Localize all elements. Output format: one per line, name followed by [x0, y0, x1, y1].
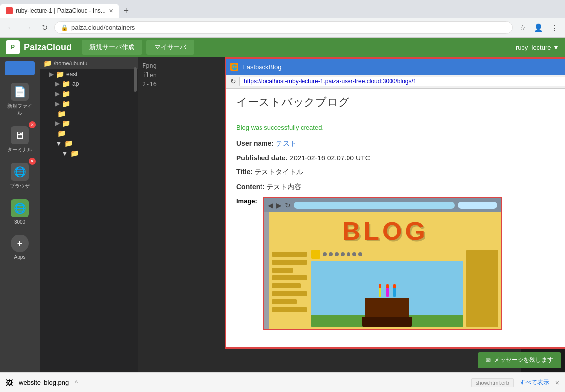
blog-img-scrollbar [264, 212, 269, 329]
popup-titlebar: 🌐 EastbackBlog ◻ ✕ [226, 59, 565, 75]
blog-img-back: ◀ [268, 201, 273, 209]
paiza-logo: P PaizaCloud [6, 40, 72, 54]
terminal-icon: 🖥 [11, 126, 29, 144]
tab-favicon [6, 7, 13, 14]
popup-reload-icon[interactable]: ↻ [230, 78, 236, 85]
profile-icon[interactable]: 👤 [531, 21, 545, 35]
message-bubble[interactable]: ✉ メッセージを残します [478, 352, 561, 368]
file-entry-9[interactable]: ▼ 📁 [40, 148, 138, 158]
blog-img-forward: ▶ [276, 201, 282, 209]
title-label: Title: [236, 168, 253, 176]
sidebar-item-apps[interactable]: + Apps [3, 231, 37, 264]
sidebar-bar-7 [272, 299, 297, 304]
tab-close-button[interactable]: ✕ [109, 8, 113, 14]
terminal-close-badge: ✕ [29, 121, 36, 128]
blog-img-sky [311, 261, 463, 327]
bottom-bar: 🖼 website_blog.png ^ show.html.erb すべて表示… [0, 372, 565, 392]
cake-base [362, 317, 412, 327]
file-icon: 🖼 [6, 379, 13, 387]
user-name-field: User name: テスト [236, 139, 565, 148]
blog-img-dots-row [311, 250, 463, 259]
apps-icon: + [11, 235, 29, 252]
browser-popup: 🌐 EastbackBlog ◻ ✕ ↻ 🔗 イーストバックブログ [225, 57, 565, 349]
address-bar[interactable]: 🔒 paiza.cloud/containers [54, 21, 513, 34]
browser-close-badge: ✕ [29, 158, 36, 165]
sidebar-item-browser-wrapper: ✕ 🌐 ブラウザ [3, 159, 37, 194]
blog-header: イーストバックブログ [226, 89, 565, 116]
browser-tab[interactable]: ruby-lecture-1 | PaizaCloud - Ins... ✕ [0, 4, 119, 18]
tab-title: ruby-lecture-1 | PaizaCloud - Ins... [16, 7, 106, 14]
blog-img-title-wrapper: BLOG [269, 212, 501, 248]
image-section: Image: ◀ ▶ ↻ [236, 197, 565, 330]
file-entry-6[interactable]: ▶ 📁 [40, 118, 138, 128]
address-text: paiza.cloud/containers [71, 24, 506, 31]
new-file-icon: 📄 [11, 83, 29, 101]
blog-img-url-bar2 [458, 202, 497, 209]
candle-body-2 [386, 288, 389, 297]
file-entry-ap[interactable]: ▶ 📁 ap [40, 79, 138, 89]
sidebar-bar-5 [272, 283, 301, 288]
success-message: Blog was successfully created. [236, 124, 565, 131]
file-entry-3[interactable]: ▶ 📁 [40, 89, 138, 99]
popup-title: EastbackBlog [242, 63, 565, 71]
blog-body: Blog was successfully created. User name… [226, 116, 565, 338]
file-tree-header: 📁 /home/ubuntu [40, 57, 138, 69]
blog-img-toolbar: ◀ ▶ ↻ [264, 198, 501, 212]
dot-5 [347, 252, 350, 256]
sidebar-item-label-apps: Apps [14, 254, 26, 260]
content-value: テスト内容 [266, 183, 301, 191]
blog-img-refresh: ↻ [285, 201, 291, 209]
candle-1 [379, 284, 381, 297]
file-entry-7[interactable]: 📁 [40, 128, 138, 138]
dot-7 [358, 252, 362, 256]
sidebar-item-terminal-wrapper: ✕ 🖥 ターミナル [3, 122, 37, 157]
sidebar-bar-3 [272, 268, 293, 273]
back-button[interactable]: ← [4, 21, 18, 35]
cake [362, 284, 412, 327]
new-server-button[interactable]: 新規サーバ作成 [82, 40, 142, 55]
title-field: Title: テストタイトル [236, 168, 565, 177]
user-menu[interactable]: ruby_lecture ▼ [516, 44, 559, 51]
sidebar-item-3000[interactable]: 🌐 3000 [3, 196, 37, 229]
file-entry-8[interactable]: ▼ 📁 [40, 138, 138, 148]
paiza-bar: P PaizaCloud 新規サーバ作成 マイサーバ ruby_lecture … [0, 38, 565, 57]
image-label: Image: [236, 197, 257, 205]
flame-2 [386, 284, 389, 288]
tab-bar: ruby-lecture-1 | PaizaCloud - Ins... ✕ + [0, 0, 565, 18]
published-date-field: Published date: 2021-02-16 02:07:00 UTC [236, 154, 565, 162]
sidebar-bar-2 [272, 260, 307, 265]
new-tab-button[interactable]: + [119, 4, 133, 18]
file-entry-5[interactable]: 📁 [40, 109, 138, 118]
bookmark-icon[interactable]: ☆ [516, 21, 529, 35]
popup-url-input[interactable] [239, 77, 565, 86]
lock-icon: 🔒 [61, 24, 68, 31]
message-text: メッセージを残します [494, 356, 553, 364]
content-field: Content: テスト内容 [236, 183, 565, 192]
my-server-button[interactable]: マイサーバ [146, 40, 194, 55]
file-entry-4[interactable]: ▶ 📁 [40, 99, 138, 109]
menu-icon[interactable]: ⋮ [547, 21, 561, 35]
scrollbar-thumb[interactable] [134, 67, 137, 92]
dot-3 [335, 252, 339, 256]
blog-img-center-col [311, 250, 463, 327]
sidebar-item-label-terminal: ターミナル [7, 146, 32, 153]
browser-chrome: ruby-lecture-1 | PaizaCloud - Ins... ✕ +… [0, 0, 565, 57]
sidebar-item-label-browser: ブラウザ [10, 183, 30, 190]
candle-3 [393, 284, 396, 297]
message-icon: ✉ [486, 357, 491, 364]
paiza-logo-icon: P [6, 40, 20, 54]
published-date-value: 2021-02-16 02:07:00 UTC [290, 154, 370, 162]
candles [379, 284, 396, 297]
candle-body-1 [379, 288, 381, 297]
forward-button[interactable]: → [21, 21, 35, 35]
user-name-value[interactable]: テスト [276, 139, 297, 147]
blog-img-content-area: BLOG [269, 212, 501, 329]
reload-button[interactable]: ↻ [38, 21, 51, 35]
bottom-close-button[interactable]: × [555, 379, 559, 387]
file-entry-east[interactable]: ▶ 📁 east [40, 69, 138, 79]
blog-img-url-bar [294, 202, 455, 209]
sidebar-item-newfile[interactable]: 📄 新規ファイル [3, 79, 37, 120]
show-all-button[interactable]: すべて表示 [520, 378, 549, 387]
port-3000-icon: 🌐 [11, 199, 29, 217]
popup-content[interactable]: イーストバックブログ Blog was successfully created… [226, 89, 565, 347]
